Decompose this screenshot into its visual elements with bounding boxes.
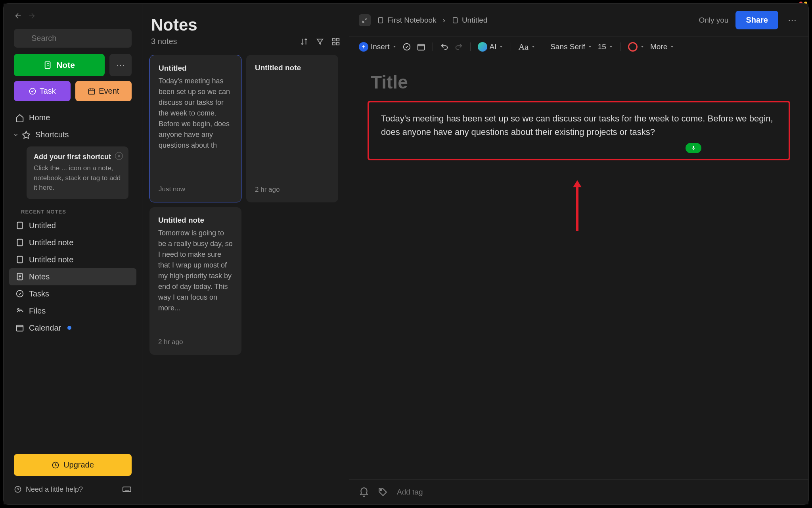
sidebar-item-label: Tasks xyxy=(29,289,49,298)
tag-icon[interactable] xyxy=(378,487,388,497)
text-cursor xyxy=(656,129,656,138)
note-card[interactable]: Untitled Today's meeting has been set up… xyxy=(149,55,241,202)
color-icon xyxy=(628,42,638,52)
card-body: Today's meeting has been set up so we ca… xyxy=(159,76,232,185)
home-icon xyxy=(15,114,24,122)
font-size-label: 15 xyxy=(598,42,606,51)
view-icon[interactable] xyxy=(331,37,340,46)
redo-icon xyxy=(454,42,463,51)
app-window: Note ⋯ Task Event Home Shortcuts xyxy=(3,3,809,505)
card-time: Just now xyxy=(159,185,232,193)
tasks-icon xyxy=(15,289,24,298)
note-name: Untitled xyxy=(462,16,487,25)
svg-point-9 xyxy=(18,309,19,310)
chevron-down-icon xyxy=(392,44,397,49)
more-label: More xyxy=(650,42,667,51)
tip-body: Click the ... icon on a note, notebook, … xyxy=(34,164,121,193)
recent-note-item[interactable]: Untitled note xyxy=(9,234,136,251)
note-icon xyxy=(452,17,459,24)
microphone-button[interactable] xyxy=(686,143,701,153)
keyboard-icon[interactable] xyxy=(122,485,132,494)
calendar-icon[interactable] xyxy=(417,42,425,51)
reminder-icon[interactable] xyxy=(359,487,369,497)
sidebar-item-label: Home xyxy=(29,113,50,122)
notes-icon xyxy=(15,272,24,281)
search-input[interactable] xyxy=(14,29,132,48)
task-icon[interactable] xyxy=(402,42,411,51)
breadcrumb-chevron: › xyxy=(443,16,445,25)
chevron-down-icon xyxy=(499,44,504,49)
note-card[interactable]: Untitled note Tomorrow is going to be a … xyxy=(149,207,241,355)
annotation-arrow xyxy=(571,180,583,232)
note-plus-icon xyxy=(44,61,52,69)
note-card[interactable]: Untitled note 2 hr ago xyxy=(246,55,338,202)
svg-rect-19 xyxy=(453,17,458,23)
new-note-button[interactable]: Note xyxy=(14,54,105,76)
sidebar-item-notes[interactable]: Notes xyxy=(9,268,136,285)
color-dropdown[interactable] xyxy=(628,42,645,52)
note-icon xyxy=(15,238,24,247)
ai-icon xyxy=(478,42,487,52)
svg-rect-13 xyxy=(123,487,131,492)
text-style-dropdown[interactable]: Aa xyxy=(518,42,536,52)
breadcrumb-notebook[interactable]: First Notebook xyxy=(377,16,437,25)
note-icon xyxy=(15,221,24,230)
notebook-name: First Notebook xyxy=(387,16,437,25)
sidebar-item-label: Files xyxy=(29,306,46,316)
sort-icon[interactable] xyxy=(300,37,308,46)
svg-rect-15 xyxy=(337,38,339,40)
upgrade-button[interactable]: Upgrade xyxy=(14,454,132,476)
new-task-button[interactable]: Task xyxy=(14,81,71,101)
note-icon xyxy=(15,255,24,264)
star-icon xyxy=(22,131,31,139)
font-family-dropdown[interactable]: Sans Serif xyxy=(550,42,592,51)
svg-rect-6 xyxy=(17,256,23,263)
files-icon xyxy=(15,306,24,315)
plus-icon: + xyxy=(359,42,368,52)
svg-rect-5 xyxy=(17,239,23,246)
more-dropdown[interactable]: More xyxy=(650,42,674,51)
recent-note-label: Untitled xyxy=(29,221,56,230)
content-text[interactable]: Today's meeting has been set up so we ca… xyxy=(381,114,773,137)
sidebar-item-files[interactable]: Files xyxy=(9,302,136,319)
sidebar-item-home[interactable]: Home xyxy=(9,109,136,126)
filter-icon[interactable] xyxy=(316,37,324,46)
add-tag-input[interactable]: Add tag xyxy=(397,488,423,496)
insert-dropdown[interactable]: + Insert xyxy=(359,42,397,52)
sidebar-item-label: Shortcuts xyxy=(35,130,69,139)
new-event-button[interactable]: Event xyxy=(75,81,132,101)
svg-rect-18 xyxy=(379,17,383,23)
sidebar-item-calendar[interactable]: Calendar xyxy=(9,319,136,337)
chevron-down-icon xyxy=(670,44,674,49)
chevron-down-icon xyxy=(588,44,592,49)
close-icon[interactable]: ✕ xyxy=(115,152,123,160)
font-size-dropdown[interactable]: 15 xyxy=(598,42,613,51)
undo-icon[interactable] xyxy=(440,42,449,51)
share-button[interactable]: Share xyxy=(735,11,778,29)
svg-rect-16 xyxy=(333,42,335,44)
ai-dropdown[interactable]: AI xyxy=(478,42,504,52)
recent-note-item[interactable]: Untitled note xyxy=(9,251,136,268)
forward-icon xyxy=(27,12,36,22)
title-placeholder[interactable]: Title xyxy=(368,71,790,93)
expand-button[interactable] xyxy=(359,14,371,26)
card-title: Untitled xyxy=(159,64,232,73)
breadcrumb-note[interactable]: Untitled xyxy=(452,16,487,25)
event-icon xyxy=(88,87,96,95)
chevron-down-icon xyxy=(609,44,613,49)
back-icon[interactable] xyxy=(14,12,23,22)
more-button[interactable]: ⋯ xyxy=(109,54,132,76)
editor-toolbar: + Insert AI Aa Sans Serif xyxy=(349,37,808,57)
card-body: Tomorrow is going to be a really busy da… xyxy=(158,228,233,338)
sidebar-item-tasks[interactable]: Tasks xyxy=(9,285,136,302)
recent-note-item[interactable]: Untitled xyxy=(9,217,136,234)
help-link[interactable]: Need a little help? xyxy=(14,485,83,494)
editor-footer: Add tag xyxy=(349,479,808,504)
editor-body[interactable]: Title Today's meeting has been set up so… xyxy=(349,57,808,479)
card-title: Untitled note xyxy=(255,64,329,72)
card-time: 2 hr ago xyxy=(158,338,233,346)
sidebar-item-shortcuts[interactable]: Shortcuts xyxy=(9,126,136,143)
card-title: Untitled note xyxy=(158,216,233,225)
notes-count: 3 notes xyxy=(151,37,177,46)
more-icon[interactable]: ⋯ xyxy=(785,15,799,25)
